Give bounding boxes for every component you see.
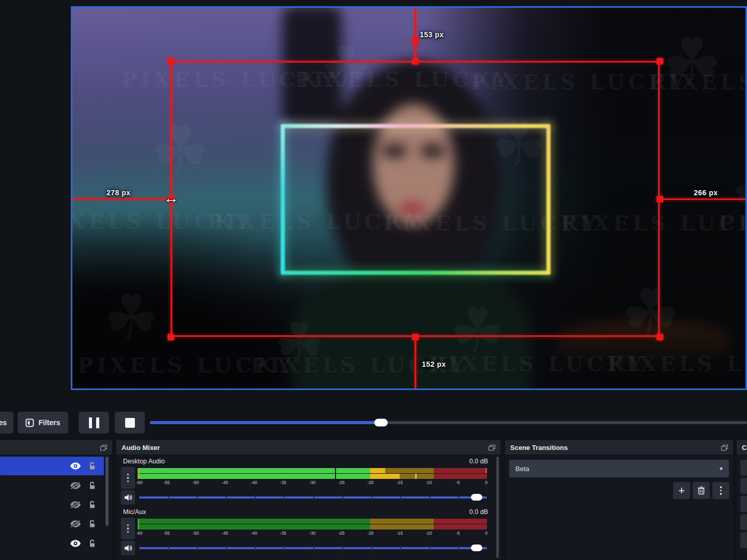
media-seek-fill (150, 421, 381, 424)
watermark-text: PIXELS LUCKY (607, 351, 747, 376)
meter-peak-tick-yellow (415, 474, 417, 479)
controls-button[interactable] (740, 496, 747, 512)
slider-tick (400, 546, 401, 551)
transition-options-button[interactable] (712, 482, 729, 499)
media-seek-handle[interactable] (374, 419, 388, 427)
slider-tick (429, 495, 430, 500)
slider-tick (284, 495, 285, 500)
meter-scale: -60 -55 -50 -45 -40 -35 -30 -25 -20 -15 … (138, 531, 487, 537)
kebab-dot (127, 524, 129, 526)
visibility-eye-slash-icon[interactable] (70, 501, 81, 508)
remove-transition-button[interactable] (693, 482, 710, 499)
meter-tick-label: -30 (309, 531, 315, 536)
shamrock-icon: ☘ (662, 23, 722, 102)
stop-button[interactable] (115, 412, 145, 433)
audio-mixer-header: Audio Mixer (116, 440, 500, 455)
volume-slider[interactable] (139, 493, 487, 502)
controls-button[interactable] (740, 514, 747, 530)
crop-measurement-bottom: 152 px (422, 360, 446, 368)
filters-button-label: Filters (38, 418, 60, 427)
panel-popout-icon[interactable] (100, 445, 107, 450)
crop-handle-bottom-left[interactable] (167, 334, 174, 340)
mixer-scrollbar[interactable] (496, 457, 499, 558)
transition-select[interactable]: Beta ▾ (509, 460, 729, 477)
meter-tick-label: -20 (368, 480, 374, 485)
meter-tick-label: -40 (251, 480, 257, 485)
source-row[interactable] (0, 534, 104, 553)
controls-button[interactable] (740, 478, 747, 494)
meter-tick-label: 0 (485, 531, 487, 536)
filters-button[interactable]: Filters (18, 412, 68, 433)
lock-open-icon[interactable] (88, 462, 96, 470)
media-seek-slider[interactable] (150, 421, 747, 424)
kebab-dot (127, 477, 129, 479)
volume-slider[interactable] (139, 544, 487, 552)
sources-scrollbar[interactable] (105, 457, 109, 526)
panel-popout-icon[interactable] (489, 445, 495, 450)
pause-button[interactable] (79, 412, 109, 433)
slider-tick (342, 495, 343, 500)
crop-handle-top-left[interactable] (167, 58, 174, 65)
channel-options-button[interactable] (121, 467, 135, 489)
meter-tick-label: -25 (338, 480, 344, 485)
trash-icon (697, 486, 705, 495)
scene-transitions-panel: Scene Transitions Beta ▾ + (505, 440, 733, 560)
meter-tick-label: -45 (222, 480, 228, 485)
kebab-dot (127, 474, 129, 476)
mute-speaker-button[interactable] (121, 541, 135, 555)
source-row[interactable] (0, 495, 104, 514)
source-crop-rectangle[interactable] (171, 61, 660, 337)
source-row[interactable] (0, 515, 104, 533)
kebab-dot (720, 490, 722, 492)
lock-open-icon[interactable] (88, 520, 96, 528)
kebab-dot (720, 493, 722, 495)
controls-button[interactable] (740, 532, 747, 548)
mute-speaker-button[interactable] (121, 490, 135, 505)
audio-mixer-panel: Audio Mixer Desktop Audio 0.0 dB -60 -55… (116, 440, 500, 560)
meter-tick-label: -35 (280, 531, 286, 536)
meter-tick-label: 0 (485, 480, 487, 485)
meter-tick-label: -30 (309, 480, 315, 485)
source-row-selected[interactable] (0, 457, 104, 475)
meter-tick-label: -45 (222, 531, 228, 536)
visibility-eye-slash-icon[interactable] (70, 482, 81, 489)
pause-icon (96, 417, 99, 428)
visibility-eye-icon[interactable] (70, 462, 81, 470)
panel-popout-icon[interactable] (721, 445, 728, 450)
crop-handle-top-right[interactable] (657, 58, 663, 65)
volume-meter (138, 468, 487, 479)
preview-canvas[interactable]: PIXELS LUCKY PIXELS LUCKY PIXELS LUCKY P… (71, 6, 747, 390)
channel-name: Desktop Audio (123, 458, 165, 465)
crop-measurement-left: 278 px (106, 189, 131, 197)
kebab-dot (127, 527, 129, 530)
controls-panel-header: Controls (737, 440, 747, 455)
meter-tick-label: -50 (193, 531, 199, 536)
add-transition-button[interactable]: + (673, 482, 690, 499)
meter-tick-label: -15 (397, 480, 403, 485)
measure-line-bottom (415, 337, 416, 390)
meter-clip-tick (485, 468, 487, 473)
sources-panel-header (0, 440, 112, 455)
lock-open-icon[interactable] (88, 481, 96, 490)
controls-button[interactable] (740, 460, 747, 476)
lock-open-icon[interactable] (88, 501, 96, 509)
source-row[interactable] (0, 476, 104, 495)
visibility-eye-slash-icon[interactable] (70, 520, 81, 527)
slider-tick (371, 495, 372, 500)
meter-tick-label: -10 (425, 480, 432, 485)
slider-tick (458, 495, 459, 500)
meter-tick-label: -25 (338, 531, 344, 536)
meter-tick-label: -20 (368, 531, 374, 536)
crop-handle-bottom-right[interactable] (657, 334, 663, 340)
lock-open-icon[interactable] (88, 539, 96, 548)
meter-peak-tick (335, 468, 336, 479)
scene-transitions-header: Scene Transitions (505, 440, 733, 455)
visibility-eye-icon[interactable] (70, 540, 81, 547)
volume-slider-handle[interactable] (471, 545, 482, 551)
volume-slider-handle[interactable] (471, 494, 482, 501)
meter-gain-tick (138, 468, 140, 479)
properties-button[interactable]: Properties (0, 412, 13, 433)
channel-db-value: 0.0 dB (469, 458, 488, 465)
channel-options-button[interactable] (121, 518, 135, 539)
meter-tick-label: -55 (163, 531, 170, 536)
